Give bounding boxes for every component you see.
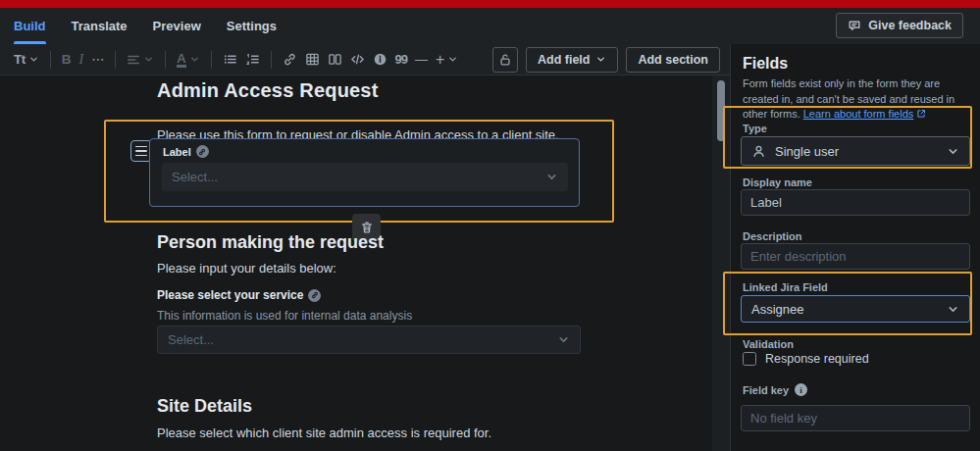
bullet-list-icon <box>223 52 237 67</box>
description-input[interactable] <box>741 243 970 270</box>
code-button[interactable] <box>346 50 369 69</box>
plus-icon: + <box>436 51 444 69</box>
linked-field-icon <box>308 289 321 302</box>
add-section-label: Add section <box>638 53 708 67</box>
text-style-dropdown[interactable]: Tt <box>10 50 43 69</box>
response-required-label: Response required <box>765 352 869 366</box>
tab-settings[interactable]: Settings <box>227 8 277 44</box>
linked-jira-field-value: Assignee <box>751 302 803 317</box>
link-button[interactable] <box>279 50 301 69</box>
service-field-help: This information is used for internal da… <box>157 309 412 323</box>
tab-preview[interactable]: Preview <box>153 8 201 44</box>
text-style-label: Tt <box>14 52 26 67</box>
type-select-dropdown[interactable]: Single user <box>741 136 970 166</box>
layouts-button[interactable] <box>324 50 346 69</box>
bullet-list-button[interactable] <box>219 50 241 69</box>
chevron-down-icon <box>545 171 558 183</box>
type-label: Type <box>743 123 767 134</box>
linked-jira-field-dropdown[interactable]: Assignee <box>741 295 970 323</box>
field-label-row: Label <box>150 139 579 158</box>
response-required-checkbox[interactable] <box>743 352 756 366</box>
service-select-dropdown[interactable]: Select... <box>157 326 581 354</box>
select-placeholder: Select... <box>168 332 214 347</box>
alignment-dropdown[interactable] <box>123 51 158 69</box>
form-canvas: Admin Access Request Please use this for… <box>0 75 730 451</box>
top-banner <box>0 0 980 8</box>
link-icon <box>283 52 297 67</box>
tab-translate[interactable]: Translate <box>72 8 128 44</box>
chevron-down-icon <box>557 333 570 346</box>
table-button[interactable] <box>301 50 324 69</box>
selected-field-card[interactable]: Label Select... <box>149 138 580 207</box>
lock-button[interactable] <box>492 47 518 73</box>
field-key-label: Field key <box>743 384 789 396</box>
chevron-down-icon <box>143 54 154 65</box>
more-formatting-button[interactable]: ⋯ <box>87 50 108 69</box>
editor-toolbar: Tt B I ⋯ A <box>0 44 730 75</box>
section-title-site: Site Details <box>157 396 252 417</box>
linked-field-icon <box>196 145 209 158</box>
linked-jira-field-label: Linked Jira Field <box>743 281 828 293</box>
chevron-down-icon <box>189 54 200 65</box>
italic-button[interactable]: I <box>76 50 88 70</box>
align-left-icon <box>127 53 140 67</box>
table-icon <box>305 52 320 67</box>
give-feedback-button[interactable]: Give feedback <box>836 13 963 38</box>
nav-tabs: Build Translate Preview Settings <box>0 8 277 44</box>
section-title-person: Person making the request <box>157 232 384 253</box>
insert-more-dropdown[interactable]: + <box>432 49 462 71</box>
description-label: Description <box>743 230 802 242</box>
field-select-dropdown[interactable]: Select... <box>162 163 568 191</box>
chevron-down-icon <box>447 54 458 65</box>
section-description-site: Please select which client site admin ac… <box>157 426 491 440</box>
chevron-down-icon <box>947 145 959 158</box>
feedback-label: Give feedback <box>868 19 952 32</box>
panel-title: Fields <box>743 55 788 73</box>
info-icon[interactable]: i <box>795 383 807 396</box>
text-color-dropdown[interactable]: A <box>173 49 203 70</box>
add-field-button[interactable]: Add field <box>526 47 618 73</box>
field-label: Label <box>163 146 191 158</box>
chevron-down-icon <box>947 303 959 316</box>
form-title: Admin Access Request <box>157 79 379 102</box>
user-icon <box>751 144 766 159</box>
unlock-icon <box>498 53 512 67</box>
header-bar: Build Translate Preview Settings Give fe… <box>0 8 980 44</box>
chevron-down-icon <box>28 54 39 65</box>
columns-icon <box>328 52 342 67</box>
toolbar-separator <box>271 51 272 69</box>
field-key-label-row: Field key i <box>743 383 807 396</box>
type-value: Single user <box>775 144 839 159</box>
toolbar-separator <box>115 51 116 69</box>
toolbar-actions: Add field Add section <box>492 47 720 73</box>
fields-panel: Fields Form fields exist only in the for… <box>731 44 980 451</box>
info-panel-button[interactable] <box>369 50 391 69</box>
add-field-label: Add field <box>538 53 590 67</box>
display-name-input[interactable] <box>741 189 970 216</box>
display-name-label: Display name <box>743 176 812 188</box>
service-field-label-row: Please select your service <box>157 288 321 302</box>
field-key-input[interactable] <box>741 405 970 431</box>
toolbar-separator <box>211 51 212 69</box>
divider-button[interactable]: — <box>411 50 432 69</box>
text-color-letter: A <box>177 51 185 68</box>
chevron-down-icon <box>595 54 606 65</box>
numbered-list-button[interactable] <box>241 50 264 69</box>
tab-build[interactable]: Build <box>14 8 46 44</box>
toolbar-separator <box>165 51 166 69</box>
select-placeholder: Select... <box>172 170 218 184</box>
section-description-person: Please input your details below: <box>157 261 336 276</box>
bold-button[interactable]: B <box>58 50 76 69</box>
info-icon <box>373 52 387 67</box>
feedback-icon <box>848 19 861 32</box>
service-field-label: Please select your service <box>157 288 303 302</box>
validation-label: Validation <box>743 338 794 350</box>
code-icon <box>350 52 365 67</box>
toolbar-separator <box>50 51 51 69</box>
add-section-button[interactable]: Add section <box>626 47 720 73</box>
numbered-list-icon <box>245 52 260 67</box>
response-required-row[interactable]: Response required <box>743 352 869 366</box>
form-builder-app: Build Translate Preview Settings Give fe… <box>0 0 980 451</box>
quote-button[interactable]: 99 <box>391 50 411 69</box>
